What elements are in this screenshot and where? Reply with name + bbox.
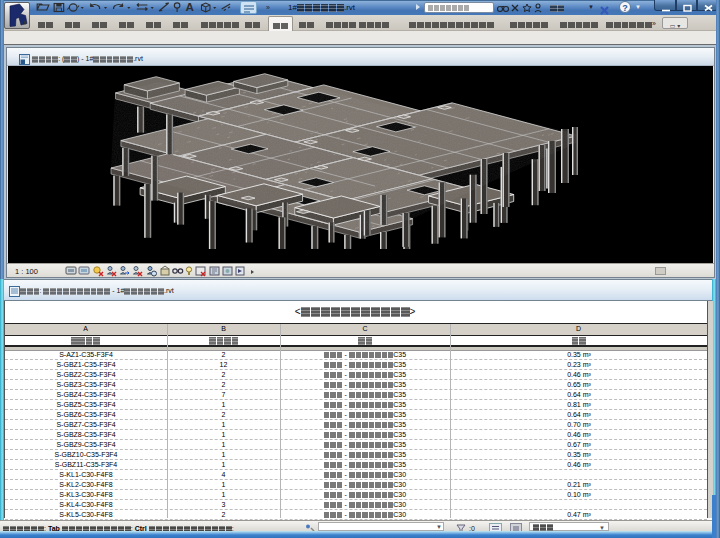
svg-text:A: A — [186, 2, 194, 14]
